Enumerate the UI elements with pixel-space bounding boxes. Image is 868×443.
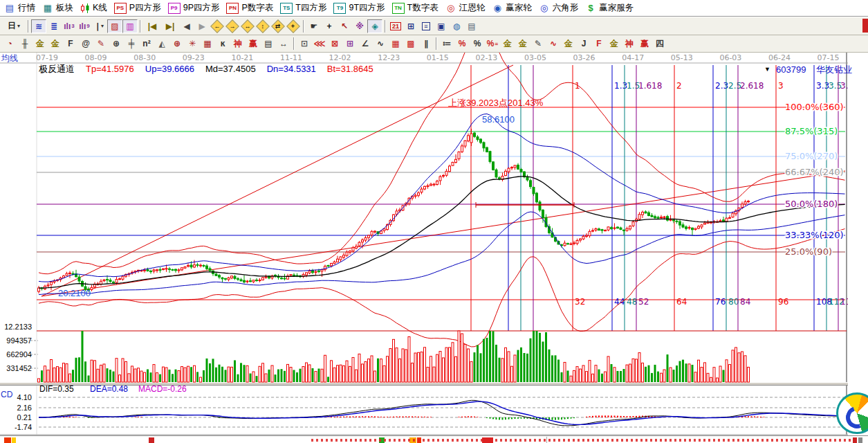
gold-ruler-b-tool[interactable]: 金 — [48, 37, 63, 51]
menu-item-winner-service[interactable]: $赢家服务 — [584, 1, 639, 16]
gann-circle-tool[interactable]: ⊕ — [169, 37, 185, 51]
gann-box-tool[interactable]: ▦ — [200, 37, 215, 51]
gann-fan-tool[interactable]: ⋘ — [312, 37, 327, 51]
four-square-tool[interactable]: 四 — [652, 37, 667, 51]
gann-grid-tool[interactable]: ※ — [352, 19, 367, 33]
k-angle-tool[interactable]: ĸ — [215, 37, 230, 51]
pie-tool[interactable]: ◔ — [2, 37, 17, 51]
j-angle-tool[interactable]: J — [576, 37, 591, 51]
zoom-all-button-icon[interactable]: + — [286, 19, 300, 33]
net-sync-button[interactable]: ◍ — [449, 19, 464, 33]
ruler-123-tool[interactable]: ▤ — [261, 37, 276, 51]
notebook-button[interactable]: ≡ — [418, 19, 434, 33]
workstation-button[interactable]: ▤ — [464, 19, 479, 33]
step-back-button[interactable]: ◀ — [179, 19, 194, 33]
quote-report-tool[interactable]: ≣ — [46, 19, 62, 33]
ying-angle-tool[interactable]: 赢 — [637, 37, 652, 51]
pointer-tool[interactable]: ↖ — [337, 19, 352, 33]
price-grid-tool[interactable]: ▦ — [388, 37, 403, 51]
wave-line-tool[interactable]: ∿ — [373, 37, 388, 51]
gold-line-tool[interactable]: 金 — [515, 37, 530, 51]
menu-item-t-number-table[interactable]: TNT数字表 — [391, 1, 444, 16]
angle-line-tool[interactable]: ∠ — [358, 37, 373, 51]
menu-item-t-square[interactable]: TST四方形 — [279, 1, 332, 16]
bars-9-tool[interactable]: ılı9 — [77, 19, 92, 33]
candle-body — [661, 217, 663, 218]
chart-canvas[interactable]: 07-1908-0908-3009-2310-2111-1112-0212-23… — [0, 53, 848, 435]
volume-profile-tool[interactable]: ▥ — [122, 19, 138, 33]
gold-fan-tool[interactable]: 金 — [607, 37, 622, 51]
wave-box-tool[interactable]: ∿ — [546, 37, 561, 51]
shift-left-button-icon[interactable]: ← — [210, 19, 224, 33]
shen-ruler-tool[interactable]: 神 — [230, 37, 246, 51]
expand-vertical-button-icon[interactable]: ↕ — [256, 19, 270, 33]
goto-last-button[interactable]: ▶| — [161, 19, 179, 33]
percent-tool[interactable]: % — [470, 37, 485, 51]
menu-item-gann-wheel[interactable]: ◎江恩轮 — [444, 1, 491, 16]
mirror-angle-tool[interactable]: ◭ — [154, 37, 169, 51]
grid-fan-tool[interactable]: ⊞ — [342, 37, 358, 51]
candle-type-tool[interactable]: ∣▾ — [92, 19, 107, 33]
shen-angle-tool[interactable]: 神 — [622, 37, 637, 51]
save-button[interactable]: ▣ — [434, 19, 449, 33]
menu-item-quotes-grid[interactable]: ▤行情 — [3, 1, 41, 16]
fan-box-tool[interactable]: ⊠ — [327, 37, 342, 51]
stats-table-tool[interactable]: ≔ — [439, 37, 454, 51]
menu-item-t9-square[interactable]: T99T四方形 — [332, 1, 390, 16]
annotate-tool[interactable]: ✎ — [530, 37, 546, 51]
step-forward-button[interactable]: ▶ — [194, 19, 210, 33]
gann-ruler-tool[interactable]: ╫ — [17, 37, 33, 51]
crosshair-tool[interactable]: + — [322, 19, 337, 33]
menu-item-winner-wheel[interactable]: ◉赢家轮 — [490, 1, 537, 16]
trend-chart-tool[interactable]: ≋ — [31, 19, 46, 33]
calendar-button[interactable]: 21 — [388, 19, 403, 33]
brush-tool[interactable]: ✎ — [93, 37, 109, 51]
volume-bar — [545, 332, 547, 382]
bars-3-tool[interactable]: ılı3 — [62, 19, 77, 33]
menu-item-p-square[interactable]: PSP四方形 — [113, 1, 167, 16]
square-numbers-tool-icon: n² — [142, 39, 150, 48]
tick-ruler-tool[interactable]: ╪ — [124, 37, 139, 51]
goto-first-button[interactable]: |◀ — [143, 19, 161, 33]
hand-tool[interactable]: ☛ — [306, 19, 322, 33]
candle-body — [165, 269, 167, 269]
shift-right-button-icon[interactable]: → — [225, 19, 239, 33]
swap-axis-button-icon[interactable]: ⇄ — [271, 19, 285, 33]
period-selector[interactable]: 日▾ — [2, 19, 26, 33]
menu-item-hexagon[interactable]: ◎六角形 — [537, 1, 584, 16]
pattern-tool[interactable]: ▨ — [107, 19, 122, 33]
expand-horizontal-button-icon[interactable]: ↔ — [241, 19, 255, 33]
status-item-2[interactable] — [149, 437, 154, 443]
menu-item-sectors[interactable]: ▦板块 — [41, 1, 79, 16]
menu-item-p-number-table[interactable]: PNP数字表 — [225, 1, 279, 16]
f-angle-tool[interactable]: F — [591, 37, 607, 51]
gold-angle-tool[interactable]: 金 — [561, 37, 576, 51]
volume-bar — [281, 369, 283, 382]
fibonacci-ruler-tool[interactable]: F — [63, 37, 78, 51]
circle-ruler-tool[interactable]: ⊕ — [109, 37, 124, 51]
status-item-6[interactable] — [853, 437, 857, 443]
volume-bar — [66, 364, 68, 382]
percent-line-tool[interactable]: %= — [485, 37, 500, 51]
status-item-1[interactable] — [12, 437, 16, 443]
status-item-0[interactable] — [4, 437, 11, 443]
ying-ruler-tool[interactable]: 赢 — [246, 37, 261, 51]
macd-histogram-bar — [474, 417, 475, 417]
menu-item-candles[interactable]: K线 — [79, 1, 113, 16]
cycle-tool[interactable]: ◈ — [367, 19, 382, 33]
square-numbers-tool[interactable]: n² — [139, 37, 154, 51]
gold-circle-tool[interactable]: 金 — [500, 37, 515, 51]
spiral-tool[interactable]: @ — [78, 37, 93, 51]
parallel-line-tool[interactable]: ∥ — [418, 37, 434, 51]
status-item-7[interactable] — [858, 437, 862, 443]
time-grid-tool[interactable]: ▩ — [403, 37, 418, 51]
starburst-tool[interactable]: ✳ — [185, 37, 200, 51]
candle-body — [436, 181, 438, 185]
box-draw-tool[interactable]: ⊡ — [297, 37, 312, 51]
gold-ruler-a-tool[interactable]: 金 — [33, 37, 48, 51]
menu-item-p9-square[interactable]: P99P四方形 — [167, 1, 225, 16]
calculator-button[interactable]: ⊞ — [403, 19, 418, 33]
volume-bar — [735, 347, 737, 382]
measure-width-tool[interactable]: ↔ — [276, 37, 291, 51]
percent-red-tool[interactable]: % — [454, 37, 470, 51]
